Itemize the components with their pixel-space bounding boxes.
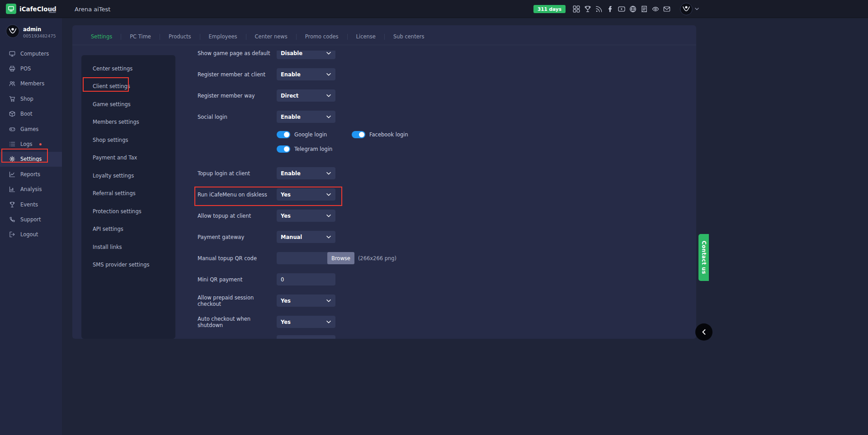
nav-item-game-settings[interactable]: Game settings xyxy=(81,95,175,113)
youtube-icon[interactable] xyxy=(618,5,626,13)
topup-login-at-client-select[interactable]: Enable xyxy=(277,167,335,179)
sidebar-item-analysis[interactable]: Analysis xyxy=(0,182,62,197)
sidebar-item-computers[interactable]: Computers xyxy=(0,46,62,61)
sidebar-item-pos[interactable]: POS xyxy=(0,61,62,76)
profile-username: admin xyxy=(23,26,56,33)
chevron-down-icon xyxy=(326,236,331,239)
sidebar-item-label: Members xyxy=(20,80,44,87)
select-value: Yes xyxy=(281,213,291,219)
nav-item-install-links[interactable]: Install links xyxy=(81,238,175,256)
nav-item-sms-provider-settings[interactable]: SMS provider settings xyxy=(81,256,175,274)
tab-promo-codes[interactable]: Promo codes xyxy=(297,34,348,40)
telegram-login-toggle[interactable] xyxy=(277,145,290,153)
rss-icon[interactable] xyxy=(595,5,603,13)
sidebar-item-settings[interactable]: Settings xyxy=(0,152,62,167)
show-game-page-select[interactable]: Disable xyxy=(277,51,335,59)
select-value: Direct xyxy=(281,93,298,99)
cart-icon xyxy=(9,96,15,102)
nav-item-shop-settings[interactable]: Shop settings xyxy=(81,131,175,149)
field-label: Register member way xyxy=(184,93,277,99)
nav-item-api-settings[interactable]: API settings xyxy=(81,220,175,239)
user-avatar[interactable] xyxy=(680,3,693,15)
toggle-item: Google login xyxy=(277,131,352,138)
apps-icon[interactable] xyxy=(573,5,580,13)
trophy-icon[interactable] xyxy=(584,5,592,13)
sidebar-item-logout[interactable]: Logout xyxy=(0,227,62,242)
run-icafemenu-on-diskless-select[interactable]: Yes xyxy=(277,188,335,201)
select-value: Yes xyxy=(281,298,291,304)
members-icon xyxy=(9,80,15,87)
license-days-badge[interactable]: 311 days xyxy=(533,5,566,13)
sidebar-item-logs[interactable]: Logs xyxy=(0,136,62,151)
allow-topup-at-client-select[interactable]: Yes xyxy=(277,210,335,222)
form-row: Topup login at client Enable xyxy=(184,163,696,184)
clipped-next-select[interactable] xyxy=(277,335,335,339)
chat-fab-button[interactable] xyxy=(695,323,712,341)
pos-icon xyxy=(9,65,15,72)
register-member-way-select[interactable]: Direct xyxy=(277,89,335,102)
tab-license[interactable]: License xyxy=(348,34,385,40)
sidebar-item-shop[interactable]: Shop xyxy=(0,91,62,106)
nav-item-payment-and-tax[interactable]: Payment and Tax xyxy=(81,149,175,167)
select-value: Disable xyxy=(281,51,302,56)
google-login-toggle[interactable] xyxy=(277,131,290,138)
sidebar-profile[interactable]: admin 005193482475 xyxy=(0,18,62,44)
form-row: Register member way Direct xyxy=(184,85,696,106)
register-member-at-client-select[interactable]: Enable xyxy=(277,68,335,80)
select-value: Yes xyxy=(281,192,291,198)
allow-prepaid-session-checkout-select[interactable]: Yes xyxy=(277,295,335,307)
file-input-field[interactable] xyxy=(277,252,328,264)
social-toggles-row: Google login Facebook login xyxy=(277,127,696,142)
sidebar-item-reports[interactable]: Reports xyxy=(0,167,62,182)
chevron-down-icon xyxy=(326,52,331,55)
nav-item-loyalty-settings[interactable]: Loyalty settings xyxy=(81,167,175,185)
sidebar-item-events[interactable]: Events xyxy=(0,197,62,212)
select-value: Yes xyxy=(281,319,291,325)
tab-employees[interactable]: Employees xyxy=(200,34,246,40)
gear-icon xyxy=(9,156,15,162)
sidebar-menu: Computers POS Members Shop Boot Games xyxy=(0,46,62,242)
hamburger-menu-icon[interactable] xyxy=(49,6,56,15)
nav-item-referral-settings[interactable]: Referral settings xyxy=(81,185,175,203)
topbar-right-cluster: 311 days xyxy=(533,0,699,18)
eye-icon[interactable] xyxy=(652,5,660,13)
nav-item-client-settings[interactable]: Client settings xyxy=(81,78,175,96)
sidebar-item-label: Shop xyxy=(20,96,33,102)
nav-item-center-settings[interactable]: Center settings xyxy=(81,60,175,78)
facebook-icon[interactable] xyxy=(607,5,614,13)
tab-pc-time[interactable]: PC Time xyxy=(121,34,160,40)
form-row: Allow prepaid session checkout Yes xyxy=(184,290,696,311)
nav-item-protection-settings[interactable]: Protection settings xyxy=(81,202,175,220)
tab-settings[interactable]: Settings xyxy=(82,34,121,40)
tab-center-news[interactable]: Center news xyxy=(246,34,297,40)
form-row: Social login Enable xyxy=(184,106,696,127)
sidebar-item-games[interactable]: Games xyxy=(0,122,62,136)
tab-products[interactable]: Products xyxy=(160,34,200,40)
sidebar-item-boot[interactable]: Boot xyxy=(0,107,62,122)
form-row-run-icafemenu: Run iCafeMenu on diskless Yes xyxy=(184,184,696,205)
nav-item-members-settings[interactable]: Members settings xyxy=(81,113,175,131)
chevron-down-icon xyxy=(326,193,331,196)
sidebar-item-members[interactable]: Members xyxy=(0,76,62,91)
sidebar-item-label: Games xyxy=(20,126,38,132)
tab-sub-centers[interactable]: Sub centers xyxy=(385,34,433,40)
avatar-chevron-down-icon[interactable] xyxy=(695,8,699,10)
globe-icon[interactable] xyxy=(629,5,637,13)
receipt-icon[interactable] xyxy=(641,5,648,13)
sidebar-item-label: Support xyxy=(20,216,41,223)
sidebar-item-support[interactable]: Support xyxy=(0,212,62,227)
social-toggles-row: Telegram login xyxy=(277,142,696,156)
mini-qr-payment-input[interactable]: 0 xyxy=(277,273,335,285)
field-label: Topup login at client xyxy=(184,170,277,177)
mail-icon[interactable] xyxy=(663,5,671,13)
computers-icon xyxy=(9,51,15,57)
field-label: Payment gateway xyxy=(184,234,277,240)
contact-us-tab[interactable]: Contact us xyxy=(698,234,709,281)
payment-gateway-select[interactable]: Manual xyxy=(277,231,335,243)
social-login-select[interactable]: Enable xyxy=(277,111,335,123)
facebook-login-toggle[interactable] xyxy=(352,131,365,138)
auto-checkout-when-shutdown-select[interactable]: Yes xyxy=(277,316,335,328)
browse-button[interactable]: Browse xyxy=(327,252,354,264)
toggle-label: Facebook login xyxy=(369,131,408,138)
toggle-knob xyxy=(284,132,289,137)
